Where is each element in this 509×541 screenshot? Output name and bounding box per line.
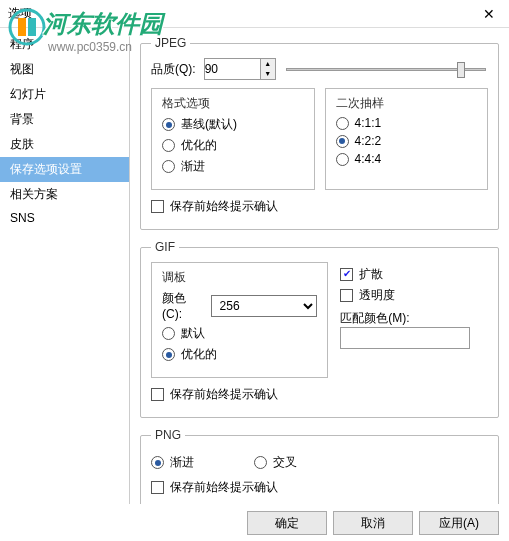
- cancel-button[interactable]: 取消: [333, 511, 413, 535]
- radio-icon: [162, 348, 175, 361]
- gif-confirm-checkbox[interactable]: 保存前始终提示确认: [151, 386, 488, 403]
- quality-label: 品质(Q):: [151, 61, 196, 78]
- checkbox-icon: [340, 289, 353, 302]
- radio-icon: [336, 117, 349, 130]
- ok-button[interactable]: 确定: [247, 511, 327, 535]
- quality-input[interactable]: [205, 59, 260, 79]
- radio-gif-optimized[interactable]: 优化的: [162, 346, 317, 363]
- radio-png-progressive[interactable]: 渐进: [151, 454, 194, 471]
- radio-icon: [336, 153, 349, 166]
- gif-group: GIF 调板 颜色(C): 256 默认 优化的 扩散 透明度: [140, 240, 499, 418]
- jpeg-legend: JPEG: [151, 36, 190, 50]
- radio-icon: [162, 327, 175, 340]
- window-title: 选项: [8, 5, 32, 22]
- radio-icon: [162, 139, 175, 152]
- subsampling-group: 二次抽样 4:1:1 4:2:2 4:4:4: [325, 88, 489, 190]
- quality-slider[interactable]: [284, 60, 488, 78]
- checkbox-icon: [151, 388, 164, 401]
- sidebar-item-background[interactable]: 背景: [0, 107, 129, 132]
- diffuse-checkbox[interactable]: 扩散: [340, 266, 488, 283]
- match-color-input[interactable]: [340, 327, 470, 349]
- radio-png-interlaced[interactable]: 交叉: [254, 454, 297, 471]
- spin-down-icon[interactable]: ▼: [261, 69, 275, 79]
- sidebar-item-program[interactable]: 程序: [0, 32, 129, 57]
- jpeg-group: JPEG 品质(Q): ▲▼ 格式选项 基线(默认) 优化的 渐进: [140, 36, 499, 230]
- subsampling-title: 二次抽样: [336, 95, 478, 112]
- format-options-group: 格式选项 基线(默认) 优化的 渐进: [151, 88, 315, 190]
- png-confirm-checkbox[interactable]: 保存前始终提示确认: [151, 479, 488, 496]
- main-panel: JPEG 品质(Q): ▲▼ 格式选项 基线(默认) 优化的 渐进: [130, 28, 509, 504]
- radio-icon: [151, 456, 164, 469]
- sidebar-item-view[interactable]: 视图: [0, 57, 129, 82]
- radio-422[interactable]: 4:2:2: [336, 134, 478, 148]
- dialog-buttons: 确定 取消 应用(A): [247, 511, 499, 535]
- radio-444[interactable]: 4:4:4: [336, 152, 478, 166]
- palette-group: 调板 颜色(C): 256 默认 优化的: [151, 262, 328, 378]
- radio-icon: [162, 160, 175, 173]
- sidebar-item-slideshow[interactable]: 幻灯片: [0, 82, 129, 107]
- colors-select[interactable]: 256: [211, 295, 318, 317]
- radio-icon: [336, 135, 349, 148]
- sidebar: 程序 视图 幻灯片 背景 皮肤 保存选项设置 相关方案 SNS: [0, 28, 130, 504]
- sidebar-item-related[interactable]: 相关方案: [0, 182, 129, 207]
- gif-legend: GIF: [151, 240, 179, 254]
- radio-icon: [162, 118, 175, 131]
- checkbox-icon: [340, 268, 353, 281]
- close-button[interactable]: ✕: [477, 6, 501, 22]
- palette-title: 调板: [162, 269, 317, 286]
- sidebar-item-skin[interactable]: 皮肤: [0, 132, 129, 157]
- jpeg-confirm-checkbox[interactable]: 保存前始终提示确认: [151, 198, 488, 215]
- sidebar-item-sns[interactable]: SNS: [0, 207, 129, 229]
- radio-baseline[interactable]: 基线(默认): [162, 116, 304, 133]
- radio-optimized[interactable]: 优化的: [162, 137, 304, 154]
- spin-up-icon[interactable]: ▲: [261, 59, 275, 69]
- radio-progressive-jpeg[interactable]: 渐进: [162, 158, 304, 175]
- radio-411[interactable]: 4:1:1: [336, 116, 478, 130]
- png-legend: PNG: [151, 428, 185, 442]
- titlebar: 选项 ✕: [0, 0, 509, 28]
- png-group: PNG 渐进 交叉 保存前始终提示确认: [140, 428, 499, 504]
- match-color-label: 匹配颜色(M):: [340, 310, 488, 327]
- checkbox-icon: [151, 481, 164, 494]
- sidebar-item-save-options[interactable]: 保存选项设置: [0, 157, 129, 182]
- radio-icon: [254, 456, 267, 469]
- transparency-checkbox[interactable]: 透明度: [340, 287, 488, 304]
- radio-gif-default[interactable]: 默认: [162, 325, 317, 342]
- checkbox-icon: [151, 200, 164, 213]
- apply-button[interactable]: 应用(A): [419, 511, 499, 535]
- format-options-title: 格式选项: [162, 95, 304, 112]
- quality-spinner[interactable]: ▲▼: [204, 58, 276, 80]
- colors-label: 颜色(C):: [162, 290, 205, 321]
